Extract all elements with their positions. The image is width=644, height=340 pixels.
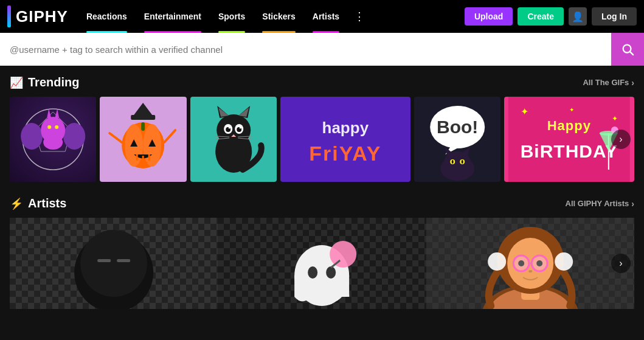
header-actions: Upload Create 👤 Log In (465, 7, 637, 26)
gif-image (100, 97, 186, 182)
trending-section-header: 📈 Trending All The GIFs › (10, 75, 634, 89)
gif-item[interactable] (100, 97, 186, 182)
artist-preview (10, 218, 218, 309)
gif-preview (10, 97, 96, 182)
nav-item-stickers[interactable]: Stickers (254, 0, 303, 33)
gif-item[interactable]: Boo! (414, 97, 500, 182)
trending-gif-grid: happy FriYAY Boo! (10, 97, 634, 182)
svg-point-88 (518, 260, 524, 266)
svg-point-26 (216, 114, 251, 146)
artists-section: ⚡ Artists All GIPHY Artists › (0, 189, 644, 316)
gif-item[interactable]: happy FriYAY (280, 97, 410, 182)
nav-item-sports[interactable]: Sports (210, 0, 254, 33)
next-gif-button[interactable]: › (611, 130, 631, 149)
svg-point-75 (326, 266, 336, 279)
svg-rect-42 (291, 97, 400, 182)
gif-preview: Boo! (414, 97, 500, 182)
svg-point-56 (462, 160, 463, 164)
svg-point-35 (229, 127, 230, 129)
search-button[interactable] (611, 33, 644, 66)
svg-point-91 (488, 252, 506, 271)
svg-line-23 (110, 133, 122, 142)
svg-point-74 (308, 266, 317, 279)
user-avatar-icon: 👤 (572, 11, 584, 23)
gif-preview: happy FriYAY (280, 97, 410, 182)
all-gifs-chevron-icon: › (631, 78, 634, 88)
svg-text:FriYAY: FriYAY (310, 142, 382, 165)
svg-point-36 (240, 127, 241, 129)
all-artists-link[interactable]: All GIPHY Artists › (566, 199, 634, 209)
search-input[interactable] (10, 44, 611, 55)
svg-point-92 (555, 252, 573, 271)
upload-button[interactable]: Upload (465, 7, 513, 26)
svg-point-89 (536, 260, 542, 266)
svg-text:Happy: Happy (547, 118, 591, 133)
svg-point-9 (55, 125, 58, 129)
svg-marker-10 (47, 109, 51, 118)
next-artist-button[interactable]: › (611, 254, 631, 273)
gif-preview (190, 97, 277, 182)
nav-item-artists[interactable]: Artists (304, 0, 348, 33)
nav-underline-stickers (262, 31, 295, 33)
nav-item-entertainment[interactable]: Entertainment (136, 0, 210, 33)
nav-item-reactions[interactable]: Reactions (78, 0, 136, 33)
artists-grid: › (10, 218, 634, 309)
nav-more-button[interactable]: ⋮ (348, 0, 371, 33)
trending-icon: 📈 (10, 76, 23, 89)
trending-title: 📈 Trending (10, 75, 79, 89)
svg-point-7 (43, 135, 63, 150)
svg-point-8 (47, 125, 51, 129)
search-icon (621, 43, 634, 56)
artists-title: ⚡ Artists (10, 196, 66, 210)
logo-bar-icon (7, 5, 11, 27)
artist-item[interactable] (218, 218, 426, 309)
search-bar (0, 33, 644, 66)
all-gifs-link[interactable]: All The GIFs › (583, 78, 634, 88)
svg-text:happy: happy (322, 119, 369, 137)
gif-item[interactable] (10, 97, 96, 182)
svg-text:✦: ✦ (612, 114, 618, 123)
svg-rect-70 (97, 259, 111, 262)
nav-underline-reactions (86, 31, 127, 33)
svg-point-76 (330, 241, 356, 268)
logo[interactable]: GIPHY (7, 5, 68, 27)
trending-section: 📈 Trending All The GIFs › (0, 66, 644, 189)
header: GIPHY Reactions Entertainment Sports Sti… (0, 0, 644, 33)
svg-point-69 (80, 230, 147, 297)
svg-line-1 (630, 52, 633, 55)
svg-text:✦: ✦ (569, 106, 574, 113)
gif-image (190, 97, 277, 182)
svg-text:✦: ✦ (521, 106, 528, 117)
logo-text: GIPHY (16, 7, 68, 26)
main-content: 📈 Trending All The GIFs › (0, 66, 644, 316)
artist-item[interactable]: › (426, 218, 634, 309)
nav-underline-artists (313, 31, 339, 33)
svg-line-24 (165, 130, 176, 142)
svg-point-4 (21, 123, 43, 150)
svg-marker-11 (55, 109, 59, 118)
lightning-icon: ⚡ (10, 197, 23, 210)
user-icon[interactable]: 👤 (569, 7, 587, 26)
svg-point-90 (528, 270, 532, 272)
svg-point-55 (452, 160, 454, 164)
svg-rect-21 (131, 115, 156, 120)
artist-item[interactable] (10, 218, 218, 309)
all-artists-chevron-icon: › (631, 199, 634, 209)
nav-underline-sports (218, 31, 245, 33)
create-button[interactable]: Create (518, 7, 564, 26)
svg-point-5 (63, 123, 85, 150)
artist-preview (218, 218, 426, 309)
gif-image: Boo! (414, 97, 500, 182)
gif-image: happy FriYAY (280, 97, 410, 182)
main-nav: Reactions Entertainment Sports Stickers … (78, 0, 460, 33)
svg-rect-15 (142, 122, 145, 131)
svg-marker-22 (134, 103, 153, 115)
gif-image (10, 97, 96, 182)
artists-section-header: ⚡ Artists All GIPHY Artists › (10, 196, 634, 210)
svg-text:BiRTHDAY: BiRTHDAY (521, 141, 618, 161)
gif-item[interactable] (190, 97, 277, 182)
login-button[interactable]: Log In (592, 7, 637, 26)
gif-item[interactable]: ✦ ✦ ✦ Happy BiRTHDAY › (504, 97, 634, 182)
nav-underline-entertainment (144, 31, 201, 33)
svg-text:Boo!: Boo! (437, 117, 478, 137)
